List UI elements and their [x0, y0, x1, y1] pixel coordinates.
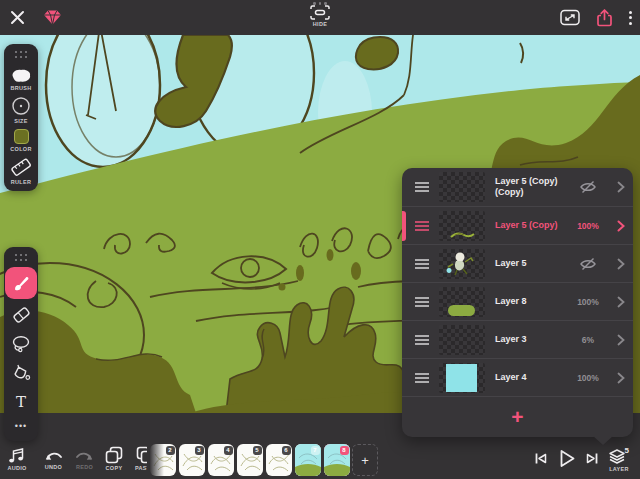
undo-button[interactable]: UNDO — [43, 449, 64, 470]
panel-pointer — [593, 436, 613, 445]
layer-thumbnail — [439, 211, 485, 241]
undo-label: UNDO — [45, 464, 62, 470]
layer-row[interactable]: Layer 5 (Copy) (Copy) — [402, 168, 633, 206]
layer-row-selected[interactable]: Layer 5 (Copy) 100% — [402, 206, 633, 244]
frame-thumbnail-7[interactable]: 7 — [295, 444, 321, 476]
frame-thumbnail-6[interactable]: 6 — [266, 444, 292, 476]
chevron-right-icon — [617, 372, 625, 384]
layers-toggle-button[interactable]: 5 LAYER — [607, 446, 631, 472]
visibility-off-icon[interactable] — [579, 180, 597, 194]
audio-button[interactable]: AUDIO — [7, 447, 27, 471]
frame-number-badge: 2 — [166, 446, 175, 455]
layer-name: Layer 5 (Copy) (Copy) — [495, 176, 567, 199]
tool-lasso[interactable] — [6, 329, 36, 358]
layer-name: Layer 5 (Copy) — [495, 220, 567, 231]
chevron-right-icon — [617, 296, 625, 308]
plus-icon: + — [511, 406, 523, 427]
layer-opacity: 100% — [577, 221, 599, 231]
frame-number-badge: 4 — [224, 446, 233, 455]
frame-thumbnail-8-selected[interactable]: 8 — [324, 444, 350, 476]
more-tools-button[interactable]: ••• — [6, 416, 36, 436]
layers-panel: Layer 5 (Copy) (Copy) Layer 5 (Copy) 100… — [402, 168, 633, 437]
audio-label: AUDIO — [7, 465, 26, 471]
copy-label: COPY — [106, 465, 123, 471]
copy-icon — [105, 446, 123, 464]
share-icon — [596, 8, 613, 27]
frame-thumbnail-4[interactable]: 4 — [208, 444, 234, 476]
hide-label: HIDE — [313, 21, 328, 27]
layer-opacity: 6% — [582, 335, 594, 345]
ruler-button[interactable]: RULER — [10, 157, 32, 185]
redo-label: REDO — [76, 464, 93, 470]
layer-name: Layer 3 — [495, 334, 567, 345]
skip-to-end-button[interactable] — [586, 452, 599, 465]
layer-drag-handle-icon[interactable] — [414, 181, 430, 193]
visibility-off-icon[interactable] — [579, 257, 597, 271]
plus-icon: + — [361, 453, 369, 468]
toolbar-drag-handle-icon[interactable] — [15, 254, 28, 262]
skip-to-start-button[interactable] — [534, 452, 547, 465]
share-button[interactable] — [596, 8, 613, 27]
tool-text[interactable]: T — [6, 387, 36, 416]
toolbar-drag-handle-icon[interactable] — [15, 51, 28, 59]
tool-fill[interactable] — [6, 358, 36, 387]
layer-name: Layer 5 — [495, 258, 567, 269]
brush-color-button[interactable]: COLOR — [10, 129, 31, 152]
layer-thumbnail — [439, 363, 485, 393]
premium-gem-button[interactable] — [43, 9, 62, 26]
play-icon — [557, 448, 577, 469]
brush-preview-icon — [10, 68, 32, 83]
play-button[interactable] — [557, 448, 577, 469]
redo-button[interactable]: REDO — [74, 449, 95, 470]
ruler-icon — [10, 157, 32, 177]
chevron-right-icon — [617, 334, 625, 346]
frame-thumbnail-3[interactable]: 3 — [179, 444, 205, 476]
layer-label: LAYER — [609, 466, 629, 472]
expand-icon — [560, 9, 580, 26]
layer-drag-handle-icon[interactable] — [414, 372, 430, 384]
add-frame-button[interactable]: + — [352, 444, 378, 476]
layer-drag-handle-icon[interactable] — [414, 334, 430, 346]
layer-drag-handle-icon[interactable] — [414, 296, 430, 308]
layer-expand-chevron[interactable] — [609, 220, 625, 232]
copy-button[interactable]: COPY — [105, 446, 123, 471]
tool-brush[interactable] — [5, 267, 37, 299]
layer-row[interactable]: Layer 4 100% — [402, 358, 633, 396]
close-button[interactable] — [10, 10, 25, 25]
eraser-icon — [12, 306, 31, 324]
close-icon — [10, 10, 25, 25]
add-layer-button[interactable]: + — [402, 396, 633, 436]
hide-ui-button[interactable]: HIDE — [298, 0, 342, 27]
lasso-icon — [11, 335, 31, 353]
tools-toolbar: T ••• — [4, 247, 38, 441]
frame-number-badge: 6 — [282, 446, 291, 455]
layer-row[interactable]: Layer 3 6% — [402, 320, 633, 358]
layer-expand-chevron[interactable] — [609, 258, 625, 270]
layer-thumbnail — [439, 325, 485, 355]
expand-canvas-button[interactable] — [560, 9, 580, 26]
paint-bucket-icon — [11, 364, 31, 382]
top-bar: HIDE — [0, 0, 640, 35]
layer-expand-chevron[interactable] — [609, 181, 625, 193]
layer-opacity: 100% — [577, 373, 599, 383]
frame-thumbnail-5[interactable]: 5 — [237, 444, 263, 476]
selected-layer-accent — [402, 211, 406, 241]
brush-size-button[interactable]: SIZE — [11, 96, 31, 124]
text-tool-icon: T — [16, 393, 26, 411]
brush-picker-button[interactable]: BRUSH — [10, 68, 32, 91]
layer-drag-handle-icon[interactable] — [414, 220, 430, 232]
layer-thumbnail — [439, 249, 485, 279]
tool-eraser[interactable] — [6, 300, 36, 329]
layer-expand-chevron[interactable] — [609, 334, 625, 346]
layer-expand-chevron[interactable] — [609, 296, 625, 308]
hide-frame-icon — [310, 5, 330, 20]
size-label: SIZE — [14, 118, 27, 124]
more-options-button[interactable] — [629, 11, 632, 25]
brush-properties-toolbar: BRUSH SIZE COLOR RULER — [4, 44, 38, 191]
layer-expand-chevron[interactable] — [609, 372, 625, 384]
undo-icon — [43, 449, 64, 463]
layer-row[interactable]: Layer 5 — [402, 244, 633, 282]
frame-thumbnail-2[interactable]: 2 — [150, 444, 176, 476]
layer-drag-handle-icon[interactable] — [414, 258, 430, 270]
layer-row[interactable]: Layer 8 100% — [402, 282, 633, 320]
